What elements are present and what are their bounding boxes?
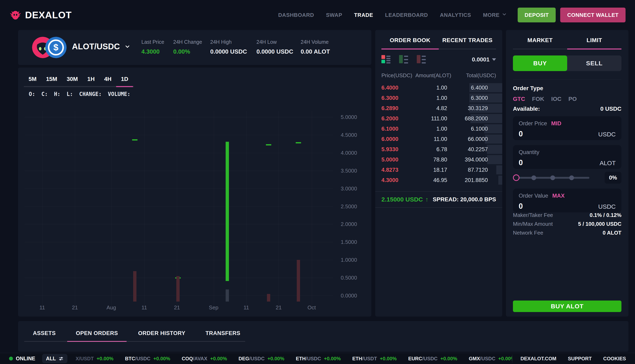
ticker-change: +0.00% xyxy=(153,356,170,362)
mid-button[interactable]: MID xyxy=(551,120,561,127)
slider-knob[interactable] xyxy=(513,174,519,181)
order-value-input[interactable]: 0 xyxy=(519,202,523,210)
layout-asks-only-icon[interactable] xyxy=(417,55,426,64)
stat-label: 24H Volume xyxy=(301,39,342,45)
pair-selector[interactable]: ALOT/USDC xyxy=(72,42,131,51)
quantity-slider[interactable] xyxy=(513,174,589,181)
stat-label: 24H Low xyxy=(256,39,301,45)
candlestick-chart[interactable]: 1121Aug1121Sep1121Oct5.00004.50004.00003… xyxy=(25,117,333,302)
orders-tab-order-history[interactable]: ORDER HISTORY xyxy=(130,327,194,342)
available-row: Available: 0 USDC xyxy=(513,106,621,112)
ask-amount: 78.80 xyxy=(412,156,447,163)
slider-dot-25[interactable] xyxy=(531,176,536,180)
candle[interactable] xyxy=(132,139,138,140)
timeframe-tab-5m[interactable]: 5M xyxy=(24,73,41,87)
max-button[interactable]: MAX xyxy=(552,193,565,199)
y-axis-label: 2.0000 xyxy=(341,221,367,228)
candle[interactable] xyxy=(296,142,301,144)
ticker-item-eth-usdt[interactable]: ETH/USDT+0.00% xyxy=(352,356,397,362)
orderbook-tab-order-book[interactable]: ORDER BOOK xyxy=(381,30,439,50)
ticker-base: DEG xyxy=(239,356,249,361)
footer-link-cookies[interactable]: COOKIES xyxy=(603,356,626,362)
orders-panel: ASSETSOPEN ORDERSORDER HISTORYTRANSFERS xyxy=(18,321,628,352)
ask-total: 66.0000 xyxy=(447,136,488,142)
ticker-item-coq-avax[interactable]: COQ/AVAX+0.00% xyxy=(182,356,227,362)
footer-link-support[interactable]: SUPPORT xyxy=(568,356,592,362)
brand[interactable]: DEXALOT xyxy=(10,9,72,21)
nav-leaderboard[interactable]: LEADERBOARD xyxy=(385,12,428,18)
nav-analytics[interactable]: ANALYTICS xyxy=(440,12,471,18)
nav-dashboard[interactable]: DASHBOARD xyxy=(278,12,314,18)
candle[interactable] xyxy=(226,142,229,281)
nav-more[interactable]: MORE xyxy=(483,12,507,18)
nav-swap[interactable]: SWAP xyxy=(326,12,342,18)
ticker-item-deg-usdc[interactable]: DEG/USDC+0.00% xyxy=(239,356,284,362)
timeframe-tab-15m[interactable]: 15M xyxy=(41,73,62,87)
order-mode-tab-limit[interactable]: LIMIT xyxy=(567,30,621,50)
order-type-ioc[interactable]: IOC xyxy=(551,96,561,102)
ask-row[interactable]: 6.10001.006.1000 xyxy=(375,124,502,134)
order-price-label: Order Price xyxy=(519,120,547,127)
timeframe-tab-1h[interactable]: 1H xyxy=(83,73,100,87)
layout-bids-only-icon[interactable] xyxy=(399,55,408,64)
ask-row[interactable]: 4.827318.1787.7120 xyxy=(375,165,502,175)
ask-row[interactable]: 4.300046.95201.8850 xyxy=(375,175,502,185)
ticker-item-eurc-usdc[interactable]: EURC/USDC+0.00% xyxy=(408,356,457,362)
timeframe-tab-4h[interactable]: 4H xyxy=(100,73,116,87)
ticker-item-gmx-usdc[interactable]: GMX/USDC+0.00% xyxy=(469,356,512,362)
order-mode-tab-market[interactable]: MARKET xyxy=(513,30,567,50)
ohlc-legend-item: O: xyxy=(29,91,35,97)
ask-row[interactable]: 6.000011.0066.0000 xyxy=(375,134,502,144)
deposit-button[interactable]: DEPOSIT xyxy=(518,8,556,22)
order-price-input[interactable]: 0 xyxy=(519,130,523,138)
nav-trade[interactable]: TRADE xyxy=(354,12,373,18)
buy-alot-button[interactable]: BUY ALOT xyxy=(513,300,621,312)
precision-dropdown[interactable]: 0.0001 xyxy=(472,56,496,63)
orderbook-tab-recent-trades[interactable]: RECENT TRADES xyxy=(439,30,496,50)
ticker-item-x-usdt[interactable]: X/USDT+0.00% xyxy=(76,356,114,362)
ticker-base: EURC xyxy=(408,356,422,361)
footer-link-dexalot-com[interactable]: DEXALOT.COM xyxy=(520,356,556,362)
timeframe-tab-30m[interactable]: 30M xyxy=(62,73,82,87)
orders-tab-assets[interactable]: ASSETS xyxy=(24,327,64,342)
orders-tab-open-orders[interactable]: OPEN ORDERS xyxy=(67,327,127,342)
ticker-filter-button[interactable]: ALL xyxy=(42,354,68,363)
layout-both-sides-icon[interactable] xyxy=(381,55,390,64)
order-type-po[interactable]: PO xyxy=(568,96,577,102)
orders-tab-transfers[interactable]: TRANSFERS xyxy=(197,327,249,342)
order-type-fok[interactable]: FOK xyxy=(532,96,544,102)
ask-row[interactable]: 6.40001.006.4000 xyxy=(375,82,502,93)
order-value-field[interactable]: Order Value MAX 0 USDC xyxy=(513,188,621,212)
ask-row[interactable]: 6.28904.8230.3129 xyxy=(375,103,502,114)
ticker-quote: /AVAX xyxy=(193,356,207,361)
ticker-item-btc-usdc[interactable]: BTC/USDC+0.00% xyxy=(125,356,170,362)
ask-row[interactable]: 5.93306.7840.2257 xyxy=(375,144,502,154)
price-up-arrow-icon: ↑ xyxy=(425,196,428,203)
ask-total: 40.2257 xyxy=(447,146,488,153)
ohlc-legend-item: H: xyxy=(54,91,61,97)
ask-row[interactable]: 6.2000111.00688.2000 xyxy=(375,114,502,124)
footer-links: DEXALOT.COMSUPPORTCOOKIES xyxy=(520,356,626,362)
timeframe-tab-1d[interactable]: 1D xyxy=(116,73,133,87)
stat-value: 0.00 ALOT xyxy=(301,48,342,55)
order-type-gtc[interactable]: GTC xyxy=(513,96,525,102)
ask-price: 6.2890 xyxy=(381,105,412,112)
ask-row[interactable]: 6.30001.006.3000 xyxy=(375,93,502,103)
main-nav: DASHBOARDSWAPTRADELEADERBOARDANALYTICSMO… xyxy=(278,12,507,18)
slider-dot-50[interactable] xyxy=(550,176,555,180)
col-amount: Amount(ALOT) xyxy=(412,72,451,79)
sell-tab[interactable]: SELL xyxy=(567,56,621,71)
grid-hline xyxy=(25,153,333,153)
ticker-base: BTC xyxy=(125,356,135,361)
slider-dot-75[interactable] xyxy=(569,176,574,180)
connect-wallet-button[interactable]: CONNECT WALLET xyxy=(560,8,625,22)
order-price-field[interactable]: Order Price MID 0 USDC xyxy=(513,116,621,140)
quantity-field[interactable]: Quantity 0 ALOT xyxy=(513,145,621,169)
quantity-input[interactable]: 0 xyxy=(519,158,523,167)
quantity-label: Quantity xyxy=(519,149,539,156)
buy-tab[interactable]: BUY xyxy=(513,56,567,71)
candle[interactable] xyxy=(266,144,271,146)
ask-row[interactable]: 5.000078.80394.0000 xyxy=(375,154,502,165)
ticker-item-eth-usdc[interactable]: ETH/USDC+0.00% xyxy=(296,356,341,362)
ask-amount: 4.82 xyxy=(412,105,447,112)
